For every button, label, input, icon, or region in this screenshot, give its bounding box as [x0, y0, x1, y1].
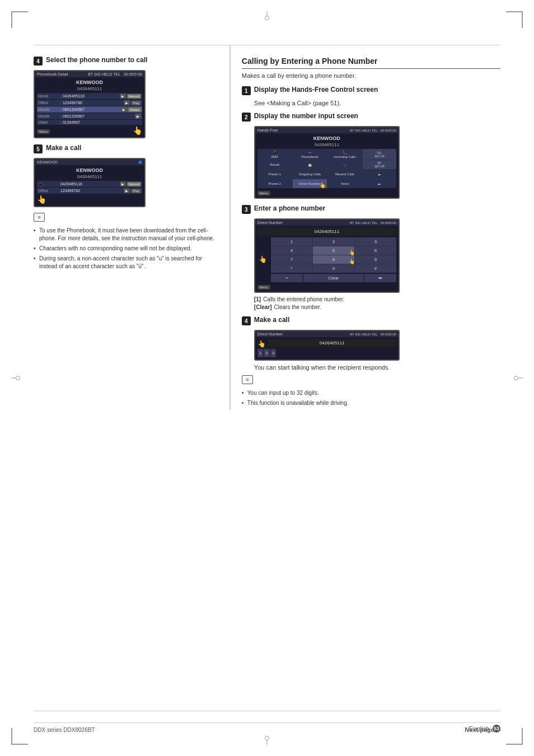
center-circle-left: [16, 376, 20, 380]
hf-direct[interactable]: Direct Number 👆: [293, 179, 327, 188]
step1-right-title: Display the Hands-Free Control screen: [254, 86, 378, 95]
key-plus[interactable]: +: [271, 274, 303, 282]
key-0[interactable]: 0: [313, 264, 354, 273]
phonebook-row-office: Office : 123456780 ▶ Play: [37, 100, 142, 106]
key-clear[interactable]: Clear: [303, 274, 364, 282]
step1-description: See <Making a Call> (page 51).: [254, 100, 500, 106]
hf-outgoing[interactable]: Outgoing Calls: [293, 170, 327, 179]
hf-voice[interactable]: Voice: [327, 179, 362, 188]
phonebook-status: BT SIG HELD TEL 00:00/0:00: [88, 72, 142, 76]
step4-left-number: 4: [34, 57, 43, 66]
hf-tel-setup[interactable]: TELSET UP: [363, 149, 396, 160]
center-circle-right: [514, 376, 518, 380]
make-call-row1: 📱 0426465116 ▶ Record: [37, 181, 142, 187]
right-bullet-2: This function is unavailable while drivi…: [242, 399, 500, 407]
left-bullet-2: Characters with no corresponding name wi…: [34, 245, 218, 253]
key-1[interactable]: 1: [271, 237, 312, 246]
hf-phone2[interactable]: 📞: [327, 160, 362, 169]
key-2[interactable]: 2: [313, 237, 354, 246]
key-6[interactable]: 6: [355, 246, 396, 255]
right-column: Calling by Entering a Phone Number Makes…: [230, 45, 500, 409]
hf-phonebook[interactable]: ↔ Phonebook: [293, 149, 327, 160]
hf-preset3-back[interactable]: ⬅: [363, 179, 396, 188]
step3-touch-indicator: 👆: [257, 236, 269, 282]
make-call-body: KENWOOD 0426465111 📱 0426465116 ▶ Record…: [35, 165, 144, 206]
numpad-bottom-row: + Clear ⬅: [271, 274, 396, 282]
direct2-number-display: 0426405111: [268, 339, 396, 347]
hf-screen-header: Hands Free BT SIG HELD TEL 00:00/0:00: [255, 127, 399, 133]
hf-incoming[interactable]: 📞 Incoming Calls: [327, 149, 362, 160]
hf-sms[interactable]: 📱 SMS: [257, 149, 292, 160]
step3-right-title: Enter a phone number: [254, 204, 325, 213]
hf-screen-body: KENWOOD 0426465111 📱 SMS ↔ Phonebook: [255, 133, 399, 198]
direct-number-screen: Direct Number BT SIG HELD TEL 00:00/0:00…: [254, 218, 400, 293]
key-back-arrow[interactable]: ⬅: [364, 274, 396, 282]
direct2-header-row: 👆 0426405111: [257, 339, 396, 348]
step4-right-title: Make a call: [254, 316, 289, 325]
make-call-header: KENWOOD 🔵: [35, 159, 144, 165]
hands-free-screen: Hands Free BT SIG HELD TEL 00:00/0:00 KE…: [254, 126, 400, 199]
hf-calendar[interactable]: 🏠: [293, 160, 327, 169]
page-footer: DDX series DDX8026BT Next page ▶: [34, 722, 500, 734]
two-col-layout: 4 Select the phone number to call Phoneb…: [34, 45, 500, 409]
direct-number-display: 0426405111: [257, 228, 396, 235]
left-bullet-list: To use the Phonebook, it must have been …: [34, 227, 218, 270]
note-icon-left: [34, 213, 45, 222]
note-icon-right: [242, 375, 253, 384]
key-3[interactable]: 3: [355, 237, 396, 246]
phonebook-contact-name: KENWOOD: [37, 80, 142, 85]
direct2-key-1[interactable]: 1: [257, 349, 263, 357]
english-label: English: [469, 725, 489, 732]
numpad-area: 👆 1 2 3 4 5 👆: [257, 236, 396, 282]
phonebook-menu-btn[interactable]: Menu: [37, 129, 50, 134]
step5-left-heading: 5 Make a call: [34, 144, 218, 153]
step3-right-heading: 3 Enter a phone number: [242, 204, 500, 214]
hf-controls-grid: 📱 SMS ↔ Phonebook 📞 Incoming Calls TELSE…: [257, 149, 396, 188]
touch-icon-makecall: 👆: [37, 195, 46, 204]
hf-bt-setup[interactable]: BTSET UP: [363, 160, 396, 169]
corner-mark-tl: [11, 11, 28, 28]
footnote-clear: [Clear] Clears the number.: [254, 304, 500, 310]
section-subtitle: Makes a call by entering a phone number.: [242, 72, 500, 79]
hf-recall[interactable]: Recall: [257, 160, 292, 169]
phonebook-row-other: Other : 01334567: [37, 120, 142, 125]
phonebook-row-mobile2: Mobile : 0901234567 ▶: [37, 113, 142, 119]
hf-menu-btn[interactable]: Menu: [257, 191, 270, 195]
touch-icon-phonebook: 👆: [133, 126, 142, 135]
step4-left-heading: 4 Select the phone number to call: [34, 56, 218, 66]
left-bullet-3: During search, a non-accent character su…: [34, 255, 218, 270]
make-call-screen-left: KENWOOD 🔵 KENWOOD 0426465111 📱 042646511…: [34, 158, 146, 207]
corner-mark-tr: [506, 11, 523, 28]
step3-right-number: 3: [242, 205, 251, 214]
phonebook-title: Phonebook Detail: [37, 72, 68, 76]
key-5[interactable]: 5 👆: [313, 246, 354, 255]
page-number-area: English 53: [469, 725, 500, 732]
hf-preset2[interactable]: Preset 2: [257, 179, 292, 188]
direct-number-screen2: Direct Number BT SIG HELD TEL 00:00/0:00…: [254, 330, 400, 361]
direct-screen-body: 0426405111 👆 1 2 3 4: [255, 226, 399, 292]
left-column: 4 Select the phone number to call Phoneb…: [34, 45, 229, 409]
make-call-number: 0426465111: [37, 174, 142, 179]
direct2-numpad-row: 1 2 3: [257, 349, 396, 357]
hf-missed[interactable]: Missed Calls: [327, 170, 362, 179]
phonebook-detail-screen: Phonebook Detail BT SIG HELD TEL 00:00/0…: [34, 70, 146, 138]
key-8[interactable]: 8 👆: [313, 255, 354, 264]
direct2-key-3[interactable]: 3: [270, 349, 276, 357]
step2-right-title: Display the number input screen: [254, 112, 358, 121]
key-4[interactable]: 4: [271, 246, 312, 255]
hf-preset1[interactable]: Preset 1: [257, 170, 292, 179]
key-star[interactable]: *: [271, 264, 312, 273]
step5-left-number: 5: [34, 144, 43, 153]
step1-right-number: 1: [242, 86, 251, 95]
key-9[interactable]: 9: [355, 255, 396, 264]
hf-back[interactable]: ⬅: [363, 170, 396, 179]
step4-right-heading: 4 Make a call: [242, 316, 500, 325]
key-7[interactable]: 7: [271, 255, 312, 264]
footnote-calls: [1] Calls the entered phone number.: [254, 296, 500, 302]
footer-left: DDX series DDX8026BT: [34, 727, 95, 733]
direct2-key-2[interactable]: 2: [264, 349, 269, 357]
step3-notes: [1] Calls the entered phone number. [Cle…: [254, 296, 500, 310]
direct-menu-btn[interactable]: Menu: [257, 285, 270, 290]
key-hash[interactable]: #: [355, 264, 396, 273]
right-bullet-1: You can input up to 32 digits.: [242, 389, 500, 397]
